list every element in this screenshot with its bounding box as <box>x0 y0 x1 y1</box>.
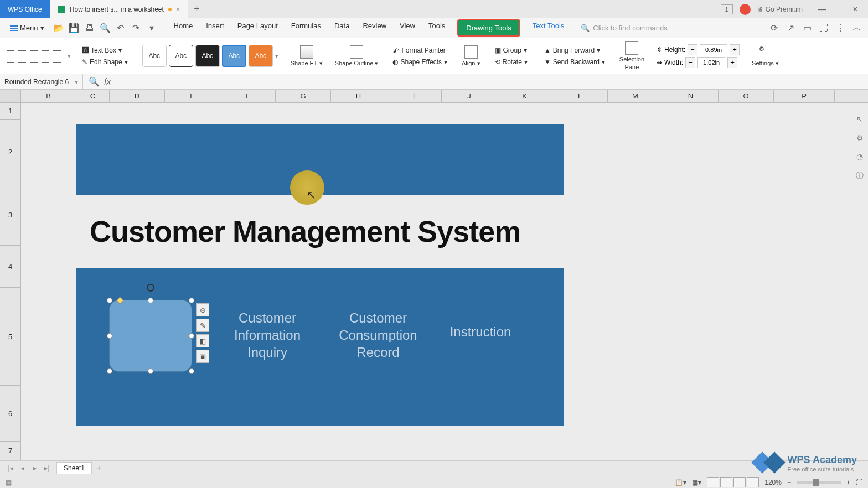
side-clock-icon[interactable]: ◔ <box>856 152 863 161</box>
tab-home[interactable]: Home <box>173 19 194 37</box>
shape-outline-button[interactable]: Shape Outline ▾ <box>332 45 382 67</box>
col-header[interactable]: L <box>552 90 608 102</box>
side-cursor-icon[interactable]: ↖ <box>856 115 863 123</box>
sheet-last-icon[interactable]: ▸| <box>42 463 52 473</box>
zoom-level[interactable]: 120% <box>764 479 782 486</box>
share-icon[interactable]: ↗ <box>785 23 796 34</box>
save-icon[interactable]: 💾 <box>69 23 80 34</box>
collapse-ribbon-icon[interactable]: ︿ <box>851 23 862 34</box>
shape-gallery[interactable] <box>6 45 62 67</box>
col-header[interactable]: B <box>21 90 76 102</box>
row-header[interactable]: 1 <box>0 103 21 120</box>
ctx-collapse-icon[interactable]: ⊖ <box>196 303 209 316</box>
text-box-button[interactable]: 🅰Text Box▾ <box>80 45 130 55</box>
view-reading[interactable] <box>747 477 759 487</box>
ctx-fill-icon[interactable]: ◧ <box>196 334 209 347</box>
shape-effects-button[interactable]: ◐Shape Effects ▾ <box>390 57 450 67</box>
open-icon[interactable]: 📂 <box>53 23 64 34</box>
document-tab[interactable]: How to insert s... in a worksheet × <box>50 0 189 18</box>
sheet-first-icon[interactable]: |◂ <box>6 463 16 473</box>
zoom-out-button[interactable]: − <box>787 479 791 486</box>
view-break[interactable] <box>733 477 746 487</box>
height-plus[interactable]: + <box>730 44 740 55</box>
col-header[interactable]: H <box>331 90 386 102</box>
grid-icon[interactable]: ▦▾ <box>692 479 701 486</box>
row-header[interactable]: 2 <box>0 120 21 185</box>
tab-insert[interactable]: Insert <box>205 19 225 37</box>
row-header[interactable]: 4 <box>0 246 21 288</box>
close-tab-icon[interactable]: × <box>176 5 180 13</box>
width-input[interactable] <box>698 57 725 68</box>
resize-handle[interactable] <box>189 333 194 339</box>
group-button[interactable]: ▣Group ▾ <box>493 45 530 55</box>
col-header[interactable]: J <box>442 90 497 102</box>
user-avatar[interactable] <box>740 4 751 15</box>
zoom-formula-icon[interactable]: 🔍 <box>89 76 100 87</box>
col-header[interactable]: D <box>110 90 165 102</box>
row-header[interactable]: 6 <box>0 386 21 442</box>
selected-rounded-rectangle[interactable]: ⊖ ✎ ◧ ▣ <box>109 300 192 372</box>
resize-handle[interactable] <box>189 298 194 303</box>
undo-icon[interactable]: ↶ <box>115 23 126 34</box>
col-header[interactable]: G <box>276 90 331 102</box>
width-plus[interactable]: + <box>727 57 737 68</box>
tab-drawing-tools[interactable]: Drawing Tools <box>457 19 520 37</box>
side-settings-icon[interactable]: ⚙ <box>856 133 864 142</box>
command-search[interactable]: 🔍 Click to find commands <box>581 24 667 32</box>
menu-button[interactable]: Menu ▾ <box>6 22 49 34</box>
resize-handle[interactable] <box>148 368 153 374</box>
gallery-more-icon[interactable]: ▾ <box>68 53 71 60</box>
send-backward-button[interactable]: ▼Send Backward ▾ <box>542 57 607 67</box>
clipboard-icon[interactable]: 📋▾ <box>675 479 686 486</box>
minimize-button[interactable]: — <box>815 2 829 17</box>
sync-icon[interactable]: ⟳ <box>768 23 779 34</box>
side-help-icon[interactable]: ⓘ <box>856 171 864 181</box>
resize-handle[interactable] <box>189 368 194 374</box>
cell-area[interactable]: Customer Management System <box>21 103 868 460</box>
shape-style-4[interactable]: Abc <box>222 45 246 67</box>
zoom-in-button[interactable]: + <box>846 479 850 486</box>
tab-text-tools[interactable]: Text Tools <box>531 19 566 37</box>
col-header[interactable]: P <box>774 90 835 102</box>
fullscreen-toggle-icon[interactable]: ⛶ <box>856 479 862 486</box>
shape-style-2[interactable]: Abc <box>169 45 193 67</box>
sheet-tab[interactable]: Sheet1 <box>56 462 92 474</box>
settings-button[interactable]: ⚙Settings ▾ <box>748 45 782 67</box>
new-tab-button[interactable]: + <box>188 0 205 18</box>
tab-page-layout[interactable]: Page Layout <box>236 19 279 37</box>
col-header[interactable]: E <box>165 90 220 102</box>
select-all-corner[interactable] <box>0 90 21 102</box>
print-preview-icon[interactable]: 🔍 <box>100 23 111 34</box>
status-icon[interactable]: ▦ <box>6 479 12 486</box>
col-header[interactable]: K <box>497 90 552 102</box>
qat-more-icon[interactable]: ▾ <box>146 23 157 34</box>
resize-handle[interactable] <box>107 333 112 339</box>
more-icon[interactable]: ⋮ <box>835 23 846 34</box>
row-header[interactable]: 7 <box>0 442 21 460</box>
shape-style-1[interactable]: Abc <box>142 45 167 67</box>
view-page[interactable] <box>720 477 732 487</box>
width-minus[interactable]: − <box>685 57 695 68</box>
col-header[interactable]: M <box>608 90 663 102</box>
shape-fill-button[interactable]: Shape Fill ▾ <box>287 45 326 67</box>
edit-shape-button[interactable]: ✎Edit Shape▾ <box>80 57 130 67</box>
name-box[interactable]: Rounded Rectangle 6 ▾ <box>0 74 83 89</box>
tab-data[interactable]: Data <box>333 19 350 37</box>
rotation-handle[interactable] <box>147 284 154 292</box>
format-painter-button[interactable]: 🖌Format Painter <box>390 45 450 55</box>
tab-tools[interactable]: Tools <box>427 19 446 37</box>
go-premium-button[interactable]: ♛ Go Premium <box>757 6 803 13</box>
height-input[interactable] <box>700 44 727 55</box>
col-header[interactable]: I <box>386 90 442 102</box>
fullscreen-icon[interactable]: ⛶ <box>818 23 829 34</box>
col-header[interactable]: F <box>220 90 276 102</box>
view-normal[interactable] <box>707 477 719 487</box>
window-badge[interactable]: 1 <box>721 4 733 14</box>
selection-pane-button[interactable]: SelectionPane <box>616 41 648 70</box>
ctx-layout-icon[interactable]: ▣ <box>196 350 209 363</box>
rotate-button[interactable]: ⟲Rotate ▾ <box>493 57 530 67</box>
tab-view[interactable]: View <box>399 19 416 37</box>
bring-forward-button[interactable]: ▲Bring Forward ▾ <box>542 45 607 55</box>
style-more-icon[interactable]: ▾ <box>275 53 278 60</box>
sheet-next-icon[interactable]: ▸ <box>30 463 40 473</box>
